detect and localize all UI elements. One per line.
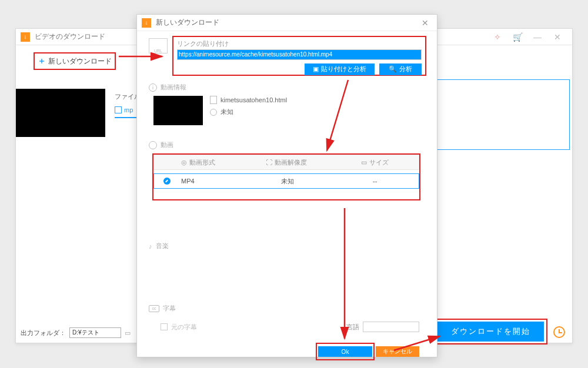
format-table-header: ◎動画形式 ⛶動画解像度 ▭サイズ (153, 155, 419, 170)
mp-icon (115, 106, 122, 113)
resolution-icon: ⛶ (266, 159, 272, 166)
cc-icon: cc (149, 305, 159, 312)
output-folder-label: 出力フォルダ： (21, 329, 66, 337)
plus-icon: ＋ (38, 56, 46, 66)
paste-analyze-button[interactable]: ▣ 貼り付けと分析 (305, 63, 375, 75)
ok-button[interactable]: Ok (318, 346, 372, 357)
search-icon: 🔍 (389, 65, 397, 73)
camera-icon: ▣ (313, 65, 319, 73)
language-label: 言語 (346, 323, 359, 332)
video-thumbnail (16, 89, 105, 137)
radio-selected-icon (163, 178, 171, 185)
info-thumbnail (153, 96, 203, 125)
info-icon: i (149, 83, 157, 92)
key-icon[interactable]: ✧ (487, 29, 507, 45)
new-download-dialog: ↓ 新しいダウンロード ✕ URL リンクの貼り付け ▣ 貼り付けと分析 🔍 分… (136, 14, 437, 357)
video-info-section: i 動画情報 (149, 83, 186, 92)
dialog-title: 新しいダウンロード (156, 18, 219, 28)
subtitle-section: cc 字幕 (149, 304, 176, 313)
dialog-app-icon: ↓ (142, 18, 151, 28)
start-download-button[interactable]: ダウンロードを開始 (437, 322, 544, 342)
url-input[interactable] (177, 49, 422, 60)
mp-tab[interactable]: mp (115, 106, 133, 113)
duration-text: 未知 (220, 108, 233, 116)
size-icon: ▭ (361, 159, 367, 166)
language-select[interactable] (363, 322, 419, 332)
format-table: ◎動画形式 ⛶動画解像度 ▭サイズ MP4 未知 -- (152, 153, 420, 200)
filename-text: kimetsusatohen10.html (220, 96, 287, 103)
video-icon (149, 141, 157, 149)
paste-label: リンクの貼り付け (177, 39, 422, 48)
video-section: 動画 (149, 140, 173, 149)
close-button[interactable]: ✕ (547, 29, 567, 45)
dialog-titlebar: ↓ 新しいダウンロード ✕ (137, 15, 437, 31)
video-info: kimetsusatohen10.html 未知 (153, 96, 287, 125)
url-icon: URL (149, 38, 168, 53)
gear-icon: ◎ (181, 159, 187, 166)
subtitle-row: 元の字幕 言語 (161, 322, 419, 332)
original-subtitle-label: 元の字幕 (171, 323, 197, 332)
folder-open-icon[interactable]: ▭ (125, 329, 131, 337)
duration-icon (210, 109, 217, 116)
cancel-button[interactable]: キャンセル (376, 346, 419, 357)
new-download-button[interactable]: ＋ 新しいダウンロード (34, 52, 116, 70)
paste-section: リンクの貼り付け ▣ 貼り付けと分析 🔍 分析 (172, 36, 426, 76)
analyze-button[interactable]: 🔍 分析 (379, 63, 422, 75)
main-title: ビデオのダウンロード (35, 32, 105, 42)
schedule-icon[interactable] (553, 326, 565, 338)
music-section: ♪ 音楽 (149, 242, 169, 250)
format-row[interactable]: MP4 未知 -- (153, 173, 419, 189)
new-download-label: 新しいダウンロード (48, 56, 112, 66)
app-icon: ↓ (21, 32, 30, 42)
output-folder-input[interactable] (69, 327, 121, 338)
file-icon (210, 96, 217, 104)
minimize-button[interactable]: — (527, 29, 547, 45)
cart-icon[interactable]: 🛒 (507, 29, 527, 45)
music-icon: ♪ (149, 243, 152, 250)
dialog-close-button[interactable]: ✕ (418, 18, 432, 28)
original-subtitle-checkbox[interactable] (161, 323, 168, 330)
output-folder-row: 出力フォルダ： ▭ (21, 327, 131, 338)
